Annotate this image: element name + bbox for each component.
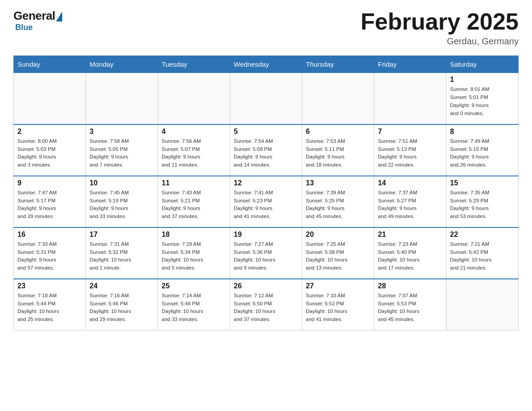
calendar-day-cell: 6Sunrise: 7:53 AM Sunset: 5:11 PM Daylig… <box>302 124 374 176</box>
day-number: 2 <box>17 128 82 136</box>
calendar-day-cell: 27Sunrise: 7:10 AM Sunset: 5:52 PM Dayli… <box>302 279 374 330</box>
day-number: 6 <box>306 128 370 136</box>
logo-blue-text: Blue <box>15 23 33 32</box>
logo: General Blue <box>13 9 62 32</box>
day-info: Sunrise: 7:25 AM Sunset: 5:38 PM Dayligh… <box>306 240 370 272</box>
location-text: Gerdau, Germany <box>360 36 519 47</box>
day-info: Sunrise: 7:35 AM Sunset: 5:29 PM Dayligh… <box>450 189 515 221</box>
day-number: 8 <box>450 128 515 136</box>
calendar-day-cell: 8Sunrise: 7:49 AM Sunset: 5:15 PM Daylig… <box>446 124 519 176</box>
day-number: 26 <box>234 282 298 290</box>
day-number: 13 <box>306 179 370 187</box>
day-info: Sunrise: 7:49 AM Sunset: 5:15 PM Dayligh… <box>450 137 515 169</box>
day-info: Sunrise: 7:45 AM Sunset: 5:19 PM Dayligh… <box>90 189 154 221</box>
day-info: Sunrise: 7:29 AM Sunset: 5:34 PM Dayligh… <box>162 240 226 272</box>
day-info: Sunrise: 7:47 AM Sunset: 5:17 PM Dayligh… <box>17 189 82 221</box>
day-number: 28 <box>378 282 442 290</box>
day-info: Sunrise: 7:10 AM Sunset: 5:52 PM Dayligh… <box>306 292 370 324</box>
day-number: 15 <box>450 179 515 187</box>
weekday-header-friday: Friday <box>374 56 446 73</box>
logo-triangle-icon <box>56 12 62 21</box>
day-number: 17 <box>90 231 154 239</box>
weekday-header-tuesday: Tuesday <box>158 56 230 73</box>
day-info: Sunrise: 8:01 AM Sunset: 5:01 PM Dayligh… <box>450 86 515 117</box>
calendar-table: SundayMondayTuesdayWednesdayThursdayFrid… <box>13 56 519 330</box>
calendar-day-cell: 22Sunrise: 7:21 AM Sunset: 5:42 PM Dayli… <box>446 227 519 279</box>
day-info: Sunrise: 7:51 AM Sunset: 5:13 PM Dayligh… <box>378 137 442 169</box>
day-info: Sunrise: 7:14 AM Sunset: 5:48 PM Dayligh… <box>162 292 226 324</box>
day-number: 25 <box>162 282 226 290</box>
day-info: Sunrise: 7:16 AM Sunset: 5:46 PM Dayligh… <box>90 292 154 324</box>
day-number: 7 <box>378 128 442 136</box>
calendar-day-cell: 15Sunrise: 7:35 AM Sunset: 5:29 PM Dayli… <box>446 176 519 227</box>
calendar-day-cell: 3Sunrise: 7:58 AM Sunset: 5:05 PM Daylig… <box>86 124 158 176</box>
day-info: Sunrise: 7:27 AM Sunset: 5:36 PM Dayligh… <box>234 240 298 272</box>
calendar-day-cell <box>446 279 519 330</box>
calendar-day-cell: 18Sunrise: 7:29 AM Sunset: 5:34 PM Dayli… <box>158 227 230 279</box>
calendar-day-cell: 20Sunrise: 7:25 AM Sunset: 5:38 PM Dayli… <box>302 227 374 279</box>
calendar-week-row: 9Sunrise: 7:47 AM Sunset: 5:17 PM Daylig… <box>14 176 519 227</box>
weekday-header-sunday: Sunday <box>14 56 86 73</box>
day-info: Sunrise: 7:54 AM Sunset: 5:09 PM Dayligh… <box>234 137 298 169</box>
day-number: 20 <box>306 231 370 239</box>
calendar-day-cell: 16Sunrise: 7:33 AM Sunset: 5:31 PM Dayli… <box>14 227 86 279</box>
day-number: 24 <box>90 282 154 290</box>
calendar-day-cell: 5Sunrise: 7:54 AM Sunset: 5:09 PM Daylig… <box>230 124 302 176</box>
calendar-week-row: 1Sunrise: 8:01 AM Sunset: 5:01 PM Daylig… <box>14 73 519 124</box>
day-number: 5 <box>234 128 298 136</box>
day-number: 18 <box>162 231 226 239</box>
calendar-day-cell: 2Sunrise: 8:00 AM Sunset: 5:03 PM Daylig… <box>14 124 86 176</box>
calendar-day-cell: 25Sunrise: 7:14 AM Sunset: 5:48 PM Dayli… <box>158 279 230 330</box>
day-number: 12 <box>234 179 298 187</box>
day-info: Sunrise: 7:21 AM Sunset: 5:42 PM Dayligh… <box>450 240 515 272</box>
logo-general-text: General <box>13 9 55 23</box>
calendar-day-cell: 13Sunrise: 7:39 AM Sunset: 5:25 PM Dayli… <box>302 176 374 227</box>
calendar-day-cell: 4Sunrise: 7:56 AM Sunset: 5:07 PM Daylig… <box>158 124 230 176</box>
day-number: 19 <box>234 231 298 239</box>
calendar-day-cell <box>374 73 446 124</box>
calendar-day-cell <box>14 73 86 124</box>
day-info: Sunrise: 7:39 AM Sunset: 5:25 PM Dayligh… <box>306 189 370 221</box>
day-info: Sunrise: 7:37 AM Sunset: 5:27 PM Dayligh… <box>378 189 442 221</box>
calendar-day-cell: 1Sunrise: 8:01 AM Sunset: 5:01 PM Daylig… <box>446 73 519 124</box>
calendar-day-cell: 12Sunrise: 7:41 AM Sunset: 5:23 PM Dayli… <box>230 176 302 227</box>
day-number: 22 <box>450 231 515 239</box>
calendar-day-cell: 28Sunrise: 7:07 AM Sunset: 5:53 PM Dayli… <box>374 279 446 330</box>
calendar-day-cell: 26Sunrise: 7:12 AM Sunset: 5:50 PM Dayli… <box>230 279 302 330</box>
calendar-week-row: 16Sunrise: 7:33 AM Sunset: 5:31 PM Dayli… <box>14 227 519 279</box>
weekday-header-wednesday: Wednesday <box>230 56 302 73</box>
month-title: February 2025 <box>360 9 519 34</box>
calendar-day-cell: 24Sunrise: 7:16 AM Sunset: 5:46 PM Dayli… <box>86 279 158 330</box>
day-number: 1 <box>450 76 515 84</box>
calendar-day-cell: 21Sunrise: 7:23 AM Sunset: 5:40 PM Dayli… <box>374 227 446 279</box>
day-number: 14 <box>378 179 442 187</box>
calendar-day-cell <box>302 73 374 124</box>
calendar-day-cell: 23Sunrise: 7:18 AM Sunset: 5:44 PM Dayli… <box>14 279 86 330</box>
weekday-header-thursday: Thursday <box>302 56 374 73</box>
day-info: Sunrise: 7:58 AM Sunset: 5:05 PM Dayligh… <box>90 137 154 169</box>
day-info: Sunrise: 7:53 AM Sunset: 5:11 PM Dayligh… <box>306 137 370 169</box>
day-number: 16 <box>17 231 82 239</box>
day-number: 10 <box>90 179 154 187</box>
day-number: 11 <box>162 179 226 187</box>
day-info: Sunrise: 7:33 AM Sunset: 5:31 PM Dayligh… <box>17 240 82 272</box>
calendar-day-cell <box>158 73 230 124</box>
calendar-day-cell <box>86 73 158 124</box>
page-header: General Blue February 2025 Gerdau, Germa… <box>13 9 519 47</box>
calendar-day-cell: 19Sunrise: 7:27 AM Sunset: 5:36 PM Dayli… <box>230 227 302 279</box>
weekday-header-row: SundayMondayTuesdayWednesdayThursdayFrid… <box>14 56 519 73</box>
title-section: February 2025 Gerdau, Germany <box>360 9 519 47</box>
weekday-header-saturday: Saturday <box>446 56 519 73</box>
calendar-week-row: 2Sunrise: 8:00 AM Sunset: 5:03 PM Daylig… <box>14 124 519 176</box>
day-info: Sunrise: 7:23 AM Sunset: 5:40 PM Dayligh… <box>378 240 442 272</box>
day-info: Sunrise: 7:12 AM Sunset: 5:50 PM Dayligh… <box>234 292 298 324</box>
day-info: Sunrise: 8:00 AM Sunset: 5:03 PM Dayligh… <box>17 137 82 169</box>
day-number: 3 <box>90 128 154 136</box>
calendar-day-cell: 11Sunrise: 7:43 AM Sunset: 5:21 PM Dayli… <box>158 176 230 227</box>
calendar-day-cell <box>230 73 302 124</box>
weekday-header-monday: Monday <box>86 56 158 73</box>
day-info: Sunrise: 7:18 AM Sunset: 5:44 PM Dayligh… <box>17 292 82 324</box>
calendar-day-cell: 17Sunrise: 7:31 AM Sunset: 5:32 PM Dayli… <box>86 227 158 279</box>
day-number: 4 <box>162 128 226 136</box>
calendar-day-cell: 14Sunrise: 7:37 AM Sunset: 5:27 PM Dayli… <box>374 176 446 227</box>
